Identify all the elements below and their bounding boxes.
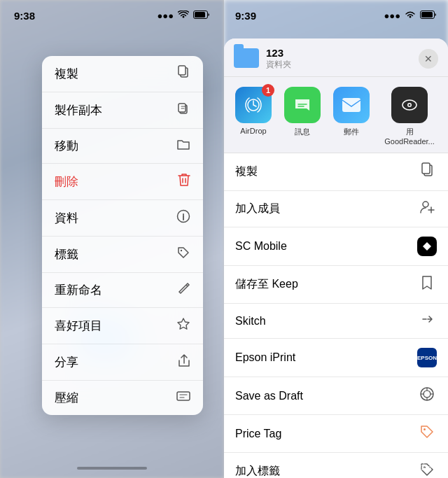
right-signal-icon: ●●● (384, 10, 400, 21)
svg-point-18 (423, 202, 428, 207)
app-item-mail[interactable]: 郵件 (332, 87, 371, 146)
action-add-member-label: 加入成員 (235, 202, 280, 216)
action-price-tag-label: Price Tag (235, 428, 281, 440)
right-status-bar: 9:39 ●●● (224, 0, 448, 31)
mail-label: 郵件 (344, 127, 359, 137)
left-time: 9:38 (14, 10, 35, 22)
svg-point-15 (409, 104, 411, 106)
goodreader-label: 用 GoodReader... (381, 127, 438, 146)
action-keep[interactable]: 儲存至 Keep (224, 266, 448, 304)
svg-point-7 (181, 250, 182, 251)
menu-item-favorite[interactable]: 喜好項目 (42, 308, 203, 344)
share-title: 123 (266, 47, 412, 59)
action-add-tag-label: 加入標籤 (235, 464, 280, 478)
svg-rect-8 (177, 392, 190, 400)
action-sc-mobile-label: SC Mobile (235, 240, 287, 253)
right-time: 9:39 (235, 10, 256, 22)
menu-item-move[interactable]: 移動 (42, 129, 203, 164)
action-copy[interactable]: 複製 (224, 153, 448, 191)
airdrop-label: AirDrop (240, 127, 266, 135)
menu-item-share[interactable]: 分享 (42, 344, 203, 381)
compress-icon (176, 390, 190, 406)
action-keep-label: 儲存至 Keep (235, 277, 298, 292)
skitch-icon (417, 313, 437, 329)
right-panel: 9:39 ●●● (224, 0, 448, 478)
left-status-bar: 9:38 ●●● (0, 0, 224, 31)
svg-rect-5 (178, 104, 186, 112)
menu-label-delete: 刪除 (55, 174, 78, 190)
menu-label-rename: 重新命名 (55, 282, 102, 298)
action-sc-mobile[interactable]: SC Mobile (224, 227, 448, 266)
action-list: 複製 加入成員 (224, 153, 448, 478)
svg-rect-17 (422, 163, 430, 174)
share-icon (178, 353, 190, 371)
duplicate-icon (176, 101, 190, 119)
svg-rect-10 (421, 12, 433, 17)
pencil-icon (178, 282, 190, 298)
watermark: 系统千分 (412, 462, 442, 472)
menu-item-rename[interactable]: 重新命名 (42, 273, 203, 308)
epson-icon: EPSON (417, 348, 437, 367)
action-copy-icon (417, 162, 437, 181)
share-header: 123 資料夾 ✕ (224, 38, 448, 77)
menu-item-delete[interactable]: 刪除 (42, 164, 203, 200)
action-skitch-label: Skitch (235, 315, 266, 328)
svg-rect-3 (178, 66, 186, 75)
menu-label-move: 移動 (55, 138, 78, 154)
bookmark-icon (417, 275, 437, 294)
svg-rect-12 (342, 98, 360, 112)
app-row: 1 AirDrop 訊息 (224, 77, 448, 153)
menu-item-compress[interactable]: 壓縮 (42, 381, 203, 415)
goodreader-icon (391, 87, 428, 123)
app-item-goodreader[interactable]: 用 GoodReader... (381, 87, 438, 146)
folder-icon (176, 138, 190, 154)
action-epson[interactable]: Epson iPrint EPSON (224, 339, 448, 377)
right-battery-icon (420, 10, 437, 21)
battery-icon (193, 10, 210, 21)
close-button[interactable]: ✕ (419, 49, 438, 69)
svg-point-25 (424, 428, 426, 430)
right-status-icons: ●●● (384, 10, 437, 21)
right-wifi-icon (405, 10, 416, 21)
menu-label-share: 分享 (55, 354, 78, 370)
menu-label-info: 資料 (55, 210, 78, 226)
wifi-icon (178, 10, 189, 21)
menu-item-info[interactable]: 資料 (42, 200, 203, 237)
price-tag-icon (417, 424, 437, 443)
action-save-draft[interactable]: Save as Draft (224, 377, 448, 415)
star-icon (176, 317, 190, 335)
menu-item-duplicate[interactable]: 製作副本 (42, 92, 203, 129)
action-epson-label: Epson iPrint (235, 351, 295, 364)
context-menu: 複製 製作副本 移動 (42, 56, 203, 415)
tag-icon (176, 246, 190, 263)
header-folder-icon (234, 48, 259, 69)
action-price-tag[interactable]: Price Tag (224, 415, 448, 453)
svg-rect-1 (195, 12, 205, 17)
menu-label-duplicate: 製作副本 (55, 102, 102, 118)
menu-label-favorite: 喜好項目 (55, 318, 102, 334)
menu-label-tags: 標籤 (55, 246, 78, 262)
close-icon: ✕ (424, 53, 433, 64)
wordpress-icon (417, 386, 437, 405)
menu-item-tags[interactable]: 標籤 (42, 237, 203, 273)
action-skitch[interactable]: Skitch (224, 304, 448, 339)
info-icon (176, 209, 190, 227)
menu-item-copy[interactable]: 複製 (42, 56, 203, 92)
airdrop-badge: 1 (262, 84, 274, 97)
action-add-member[interactable]: 加入成員 (224, 191, 448, 227)
airdrop-icon: 1 (235, 87, 272, 123)
action-copy-label: 複製 (235, 164, 258, 179)
share-sheet: 123 資料夾 ✕ 1 AirDrop (224, 38, 448, 478)
left-home-indicator (77, 467, 147, 470)
app-item-airdrop[interactable]: 1 AirDrop (234, 87, 273, 146)
menu-label-compress: 壓縮 (55, 390, 78, 406)
mail-icon (333, 87, 370, 123)
app-item-messages[interactable]: 訊息 (283, 87, 322, 146)
left-status-icons: ●●● (157, 10, 210, 21)
signal-icon: ●●● (157, 10, 174, 21)
left-panel: 9:38 ●●● 複製 (0, 0, 224, 478)
action-save-draft-label: Save as Draft (235, 390, 303, 402)
share-subtitle: 資料夾 (266, 59, 412, 71)
svg-point-20 (424, 391, 430, 398)
trash-icon (178, 173, 190, 190)
